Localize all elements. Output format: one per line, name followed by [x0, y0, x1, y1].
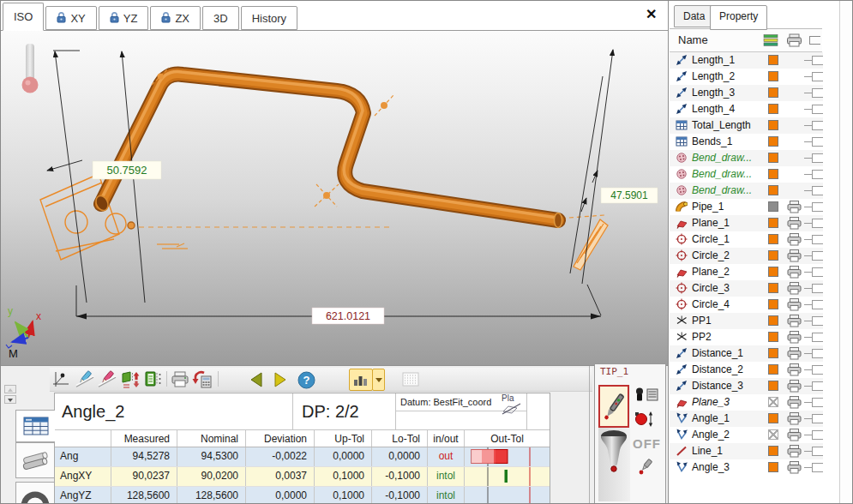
panel-scroll-up[interactable]: [4, 385, 16, 393]
close-icon[interactable]: ✕: [646, 6, 657, 22]
color-swatch[interactable]: [768, 250, 778, 261]
report-checkbox[interactable]: [812, 365, 823, 375]
probe-head-icon[interactable]: [633, 387, 660, 404]
tab-property[interactable]: Property: [710, 5, 767, 30]
column-header[interactable]: Out-Tol: [465, 430, 550, 447]
report-checkbox[interactable]: [812, 121, 823, 130]
report-checkbox[interactable]: [812, 414, 823, 423]
report-checkbox[interactable]: [812, 447, 823, 456]
column-header[interactable]: Lo-Tol: [372, 430, 428, 447]
left-flange[interactable]: [40, 174, 135, 260]
edit-red-pen-icon[interactable]: [96, 369, 118, 390]
view-tab-xy[interactable]: XY: [45, 6, 96, 30]
print-icon[interactable]: [169, 369, 191, 390]
tree-row[interactable]: Bend_draw...: [670, 166, 823, 183]
view-tab-yz[interactable]: YZ: [99, 6, 149, 30]
tree-row[interactable]: Length_3: [670, 85, 823, 101]
tree-row[interactable]: Plane_2: [670, 264, 823, 280]
color-swatch[interactable]: [768, 55, 778, 65]
color-swatch[interactable]: [768, 299, 778, 309]
report-checkbox[interactable]: [812, 381, 823, 391]
report-checkbox[interactable]: [812, 349, 823, 358]
color-swatch[interactable]: [768, 429, 778, 440]
cone-probe-icon[interactable]: [598, 429, 629, 479]
next-element-icon[interactable]: [269, 369, 291, 390]
color-swatch[interactable]: [768, 315, 778, 326]
tree-row[interactable]: Pipe_1: [670, 199, 823, 215]
color-swatch[interactable]: [768, 153, 778, 163]
grid-view-icon[interactable]: [399, 369, 422, 390]
color-swatch[interactable]: [768, 381, 778, 391]
result-row[interactable]: Ang94,527894,5300-0,00220,00000,0000out: [55, 447, 550, 467]
report-checkbox[interactable]: [812, 153, 823, 163]
right-flange[interactable]: [574, 219, 608, 270]
probe-pen-button[interactable]: [598, 385, 629, 428]
report-checkbox[interactable]: [812, 316, 823, 326]
column-header[interactable]: in/out: [428, 430, 465, 447]
column-header[interactable]: Deviation: [246, 430, 315, 447]
report-checkbox[interactable]: [812, 88, 823, 98]
report-checkbox[interactable]: [812, 284, 823, 293]
view-tab-iso[interactable]: ISO: [3, 3, 44, 31]
color-swatch[interactable]: [768, 120, 778, 130]
previous-element-icon[interactable]: [245, 369, 267, 390]
report-checkbox[interactable]: [812, 333, 823, 342]
layers-icon[interactable]: [762, 33, 779, 51]
column-header[interactable]: Up-Tol: [315, 430, 372, 447]
color-swatch[interactable]: [768, 87, 778, 98]
report-checkbox[interactable]: [812, 137, 823, 147]
coordinate-system-icon[interactable]: [50, 369, 72, 390]
column-header[interactable]: Nominal: [177, 430, 246, 447]
histogram-dropdown-button[interactable]: [372, 369, 385, 391]
tab-pipes-view[interactable]: [15, 442, 55, 478]
color-swatch[interactable]: [768, 283, 778, 293]
ball-diameter-icon[interactable]: [633, 411, 657, 428]
tree-row[interactable]: Circle_3: [670, 280, 823, 297]
3d-viewport[interactable]: 50.7592 47.5901 621.0121: [1, 31, 668, 365]
print-icon[interactable]: [787, 461, 802, 476]
tree-row[interactable]: Line_1: [670, 443, 823, 459]
tree-row[interactable]: Angle_2: [670, 427, 823, 443]
tree-row[interactable]: Bend_draw...: [670, 150, 823, 166]
color-swatch[interactable]: [768, 234, 778, 244]
color-swatch[interactable]: [768, 332, 778, 342]
panel-scroll-down[interactable]: [4, 395, 16, 404]
report-checkbox[interactable]: [812, 105, 823, 114]
tree-row[interactable]: Distance_3: [670, 378, 823, 394]
histogram-view-button[interactable]: [349, 369, 373, 391]
view-tab-zx[interactable]: ZX: [150, 6, 201, 30]
help-icon[interactable]: ?: [295, 369, 317, 390]
edit-blue-pen-icon[interactable]: [74, 369, 96, 390]
tree-row[interactable]: PP1: [670, 313, 823, 329]
report-checkbox[interactable]: [812, 202, 823, 212]
tab-results-table[interactable]: [15, 410, 55, 442]
color-swatch[interactable]: [768, 446, 778, 456]
color-swatch[interactable]: [768, 267, 778, 277]
color-swatch[interactable]: [768, 169, 778, 179]
report-checkbox[interactable]: [812, 170, 823, 179]
tube[interactable]: [93, 72, 562, 228]
report-checkbox[interactable]: [812, 251, 823, 261]
column-config-icon[interactable]: [809, 36, 820, 45]
element-update-icon[interactable]: [119, 369, 141, 390]
tree-row[interactable]: Plane_3: [670, 394, 823, 411]
report-checkbox[interactable]: [812, 56, 823, 65]
color-swatch[interactable]: [768, 185, 778, 195]
tree-row[interactable]: Bends_1: [670, 134, 823, 150]
tree-row[interactable]: Length_2: [670, 69, 823, 85]
report-checkbox[interactable]: [812, 219, 823, 228]
tree-row[interactable]: Distance_1: [670, 345, 823, 362]
report-checkbox[interactable]: [812, 267, 823, 277]
view-tab-3d[interactable]: 3D: [202, 6, 239, 30]
report-checkbox[interactable]: [812, 463, 823, 472]
color-swatch[interactable]: [768, 104, 778, 114]
color-swatch[interactable]: [768, 348, 778, 358]
color-swatch[interactable]: [768, 462, 778, 472]
element-list-icon[interactable]: [141, 369, 164, 390]
tree-row[interactable]: Plane_1: [670, 215, 823, 231]
view-tab-history[interactable]: History: [241, 6, 297, 30]
color-swatch[interactable]: [768, 136, 778, 147]
color-swatch[interactable]: [768, 71, 778, 81]
report-checkbox[interactable]: [812, 398, 823, 407]
report-checkbox[interactable]: [812, 300, 823, 309]
